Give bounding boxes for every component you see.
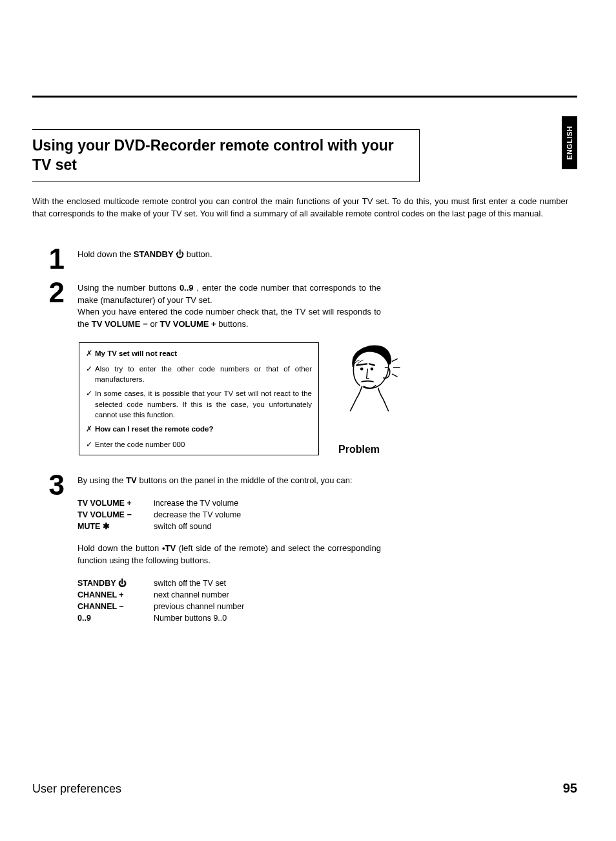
footer-section-name: User preferences [32, 782, 121, 796]
btn-desc: switch off sound [154, 521, 211, 532]
step-number: 2 [32, 278, 77, 331]
step2-text-a: Using the number buttons [77, 283, 180, 293]
x-icon: ✗ [86, 424, 95, 435]
btn-key: TV VOLUME − [77, 510, 132, 519]
plus-icon: + [211, 318, 216, 331]
section-title-box: Using your DVD-Recorder remote control w… [32, 129, 420, 182]
minus-icon: − [143, 318, 148, 331]
btn-desc: previous channel number [154, 601, 244, 612]
step1-text-b: button. [187, 249, 212, 259]
btn-key: CHANNEL − [77, 602, 124, 611]
standby-label: STANDBY [134, 249, 174, 259]
btn-key: CHANNEL + [77, 590, 124, 599]
check-icon: ✓ [86, 439, 95, 450]
step3-text-c1: Hold down the button [77, 543, 162, 553]
tv-hold-label: •TV [162, 543, 176, 553]
step2-text-d: buttons. [218, 319, 248, 329]
svg-point-1 [371, 368, 373, 370]
step-2: 2 Using the number buttons 0..9 , enter … [32, 278, 577, 331]
x-icon: ✗ [86, 348, 95, 360]
btn-desc: decrease the TV volume [154, 509, 241, 521]
step2-or: or [150, 319, 159, 329]
page-footer: User preferences 95 [32, 781, 577, 796]
language-tab-label: ENGLISH [566, 126, 573, 160]
button-table-1: TV VOLUME + increase the TV volume TV VO… [77, 497, 381, 532]
step3-text-b: buttons on the panel in the middle of th… [139, 475, 352, 485]
tv-vol-label-2: TV VOLUME [160, 319, 209, 329]
language-tab: ENGLISH [562, 116, 577, 169]
face-illustration [336, 342, 402, 412]
intro-paragraph: With the enclosed multicode remote contr… [32, 195, 568, 220]
section-title: Using your DVD-Recorder remote control w… [32, 137, 394, 173]
problem-illustration-column: Problem [319, 342, 416, 455]
step-1: 1 Hold down the STANDBY ⏻ button. [32, 245, 577, 273]
btn-desc: next channel number [154, 589, 229, 601]
num-buttons-label: 0..9 [180, 283, 194, 293]
problem-row: ✗ My TV set will not react ✓ Also try to… [79, 342, 418, 455]
btn-key: STANDBY [77, 579, 118, 588]
btn-desc: Number buttons 9..0 [154, 612, 227, 624]
problem-item-1: Also try to enter the other code numbers… [95, 364, 312, 384]
tv-label: TV [126, 475, 137, 485]
btn-key: 0..9 [77, 614, 91, 623]
problem-item-2: In some cases, it is possible that your … [95, 388, 312, 419]
check-icon: ✓ [86, 364, 95, 384]
step-number: 1 [32, 245, 77, 273]
check-icon: ✓ [86, 388, 95, 419]
step-number: 3 [32, 471, 77, 624]
problem-label: Problem [323, 444, 416, 455]
btn-key: TV VOLUME + [77, 499, 132, 508]
step-3: 3 By using the TV buttons on the panel i… [32, 471, 577, 624]
mute-icon: ✱ [103, 521, 110, 532]
problem-heading-2: How can I reset the remote code? [95, 424, 213, 434]
svg-point-0 [361, 368, 363, 370]
btn-key: MUTE [77, 522, 103, 531]
power-icon: ⏻ [176, 249, 184, 261]
page-number: 95 [563, 781, 577, 796]
btn-desc: increase the TV volume [154, 497, 238, 509]
problem-item-3: Enter the code number 000 [95, 439, 185, 450]
problem-heading-1: My TV set will not react [95, 348, 177, 358]
btn-desc: switch off the TV set [154, 577, 226, 589]
problem-box: ✗ My TV set will not react ✓ Also try to… [79, 342, 319, 455]
step3-text-a: By using the [77, 475, 126, 485]
step1-text-a: Hold down the [77, 249, 134, 259]
top-rule [32, 96, 577, 98]
button-table-2: STANDBY ⏻ switch off the TV set CHANNEL … [77, 577, 381, 625]
power-icon: ⏻ [118, 577, 127, 589]
tv-vol-label: TV VOLUME [92, 319, 141, 329]
